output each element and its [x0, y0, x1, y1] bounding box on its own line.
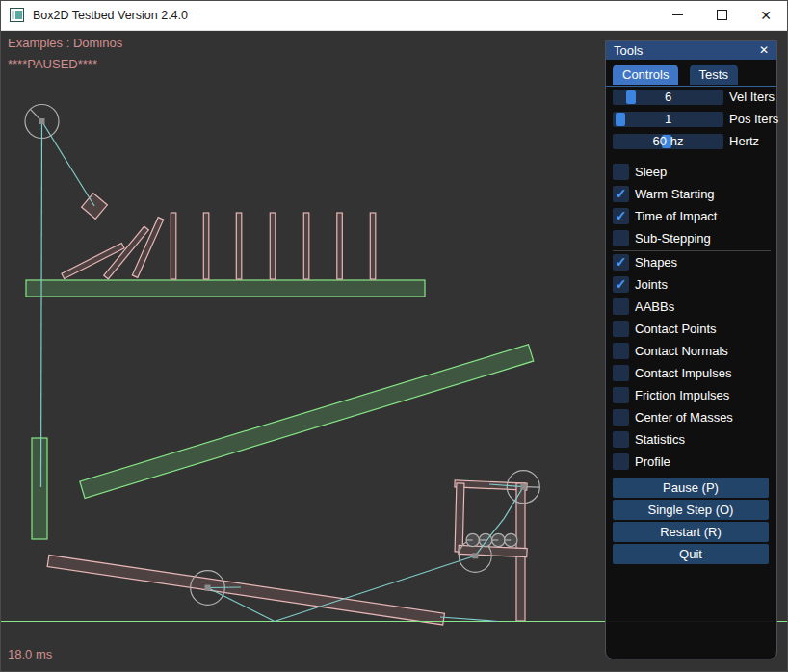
- tab-tests[interactable]: Tests: [690, 65, 738, 85]
- minimize-button[interactable]: [655, 0, 699, 30]
- checkbox-label: Friction Impulses: [635, 387, 729, 403]
- single-step-button[interactable]: Single Step (O): [613, 500, 769, 520]
- checkbox-contact-points[interactable]: [613, 321, 629, 337]
- maximize-button[interactable]: [699, 0, 744, 30]
- checkbox-row-center-of-masses: Center of Masses: [606, 409, 776, 426]
- checkbox-contact-impulses[interactable]: [613, 365, 629, 381]
- slider-value: 60 hz: [613, 134, 723, 149]
- checkbox-label: Profile: [635, 453, 670, 470]
- quit-button[interactable]: Quit: [613, 544, 769, 564]
- checkbox-label: Sub-Stepping: [635, 230, 711, 246]
- checkbox-sleep[interactable]: [613, 164, 629, 180]
- checkbox-sub-stepping[interactable]: [613, 230, 629, 246]
- checkbox-label: Warm Starting: [635, 186, 715, 202]
- checkbox-center-of-masses[interactable]: [613, 409, 629, 426]
- check-icon: ✓: [616, 209, 627, 223]
- slider-track-pos-iters[interactable]: 1: [613, 112, 723, 127]
- joint: [440, 617, 498, 622]
- checkbox-row-statistics: Statistics: [606, 431, 776, 448]
- example-label: Examples : Dominos: [8, 36, 122, 50]
- checkbox-row-contact-impulses: Contact Impulses: [606, 365, 776, 381]
- checkbox-row-aabbs: AABBs: [606, 298, 776, 315]
- checkbox-row-sleep: Sleep: [606, 164, 776, 180]
- checkbox-contact-normals[interactable]: [613, 343, 629, 359]
- checkbox-label: Contact Normals: [635, 343, 728, 359]
- checkbox-row-friction-impulses: Friction Impulses: [606, 387, 776, 403]
- app-icon: [10, 8, 24, 22]
- restart-button[interactable]: Restart (R): [613, 522, 769, 542]
- checkbox-statistics[interactable]: [613, 431, 629, 448]
- checkbox-row-profile: Profile: [606, 453, 776, 470]
- frame-left-post: [455, 483, 464, 552]
- close-icon: ✕: [760, 9, 772, 22]
- checkbox-row-contact-points: Contact Points: [606, 321, 776, 337]
- standing-domino: [203, 213, 209, 279]
- tilted-beam-static: [80, 345, 534, 499]
- standing-domino: [270, 213, 276, 279]
- window-title: Box2D Testbed Version 2.4.0: [33, 9, 188, 22]
- checkbox-row-time-of-impact: ✓Time of Impact: [606, 208, 776, 224]
- joint: [42, 121, 95, 206]
- checkbox-row-sub-stepping: Sub-Stepping: [606, 230, 776, 246]
- check-icon: ✓: [616, 255, 627, 270]
- checkbox-friction-impulses[interactable]: [613, 387, 629, 403]
- close-button[interactable]: ✕: [744, 0, 788, 30]
- anchor-marker: [205, 585, 211, 591]
- joint: [208, 587, 242, 588]
- checkbox-label: Joints: [635, 276, 668, 293]
- tab-bar: ControlsTests: [606, 65, 776, 87]
- checkbox-label: Contact Impulses: [635, 365, 731, 381]
- slider-row-vel-iters: 6Vel Iters: [606, 90, 776, 105]
- checkbox-shapes[interactable]: ✓: [613, 254, 629, 271]
- checkbox-label: Statistics: [635, 431, 685, 448]
- maximize-icon: [717, 10, 727, 20]
- checkbox-label: Center of Masses: [635, 409, 733, 426]
- separator: [613, 250, 771, 251]
- box2d-testbed-window: { "window": { "title": "Box2D Testbed Ve…: [0, 0, 788, 672]
- checkbox-profile[interactable]: [613, 453, 629, 470]
- window-controls: ✕: [655, 0, 788, 30]
- standing-domino: [236, 213, 242, 279]
- tools-panel: Tools ✕ ControlsTests 6Vel Iters1Pos Ite…: [605, 40, 777, 659]
- pause-button[interactable]: Pause (P): [613, 478, 769, 498]
- checkbox-row-warm-starting: ✓Warm Starting: [606, 186, 776, 202]
- checkbox-label: Contact Points: [635, 321, 717, 337]
- checkbox-label: Shapes: [635, 254, 677, 271]
- slider-label: Vel Iters: [729, 90, 775, 105]
- tools-panel-title: Tools: [614, 43, 643, 58]
- fallen-domino: [132, 218, 163, 278]
- checkbox-aabbs[interactable]: [613, 298, 629, 315]
- checkbox-row-shapes: ✓Shapes: [606, 254, 776, 271]
- slider-track-hertz[interactable]: 60 hz: [613, 134, 723, 149]
- check-icon: ✓: [616, 277, 627, 292]
- vertical-bar-static: [32, 438, 47, 539]
- slider-label: Hertz: [729, 134, 759, 149]
- checkbox-time-of-impact[interactable]: ✓: [613, 208, 629, 224]
- checkbox-label: Sleep: [635, 164, 667, 180]
- anchor-marker: [472, 553, 478, 558]
- panel-close-icon[interactable]: ✕: [756, 42, 772, 58]
- minimize-icon: [672, 14, 683, 15]
- tools-panel-titlebar[interactable]: Tools ✕: [606, 41, 776, 60]
- slider-value: 6: [613, 90, 723, 105]
- checkbox-label: AABBs: [635, 298, 674, 315]
- os-titlebar[interactable]: Box2D Testbed Version 2.4.0 ✕: [0, 0, 788, 31]
- checkbox-row-contact-normals: Contact Normals: [606, 343, 776, 359]
- slider-label: Pos Iters: [729, 112, 778, 127]
- slider-track-vel-iters[interactable]: 6: [613, 90, 723, 105]
- check-icon: ✓: [616, 187, 627, 201]
- checkbox-joints[interactable]: ✓: [613, 276, 629, 293]
- tab-controls[interactable]: Controls: [613, 65, 678, 85]
- standing-domino: [303, 213, 309, 279]
- slider-row-pos-iters: 1Pos Iters: [606, 112, 776, 127]
- standing-domino: [337, 213, 343, 279]
- slider-row-hertz: 60 hzHertz: [606, 134, 776, 149]
- seesaw-plank: [47, 556, 444, 625]
- paused-label: ****PAUSED****: [8, 57, 97, 71]
- fallen-domino: [62, 243, 124, 278]
- standing-domino: [171, 213, 176, 279]
- standing-domino: [370, 213, 376, 279]
- joint: [41, 121, 42, 487]
- checkbox-warm-starting[interactable]: ✓: [613, 186, 629, 202]
- domino-shelf-static: [26, 280, 425, 297]
